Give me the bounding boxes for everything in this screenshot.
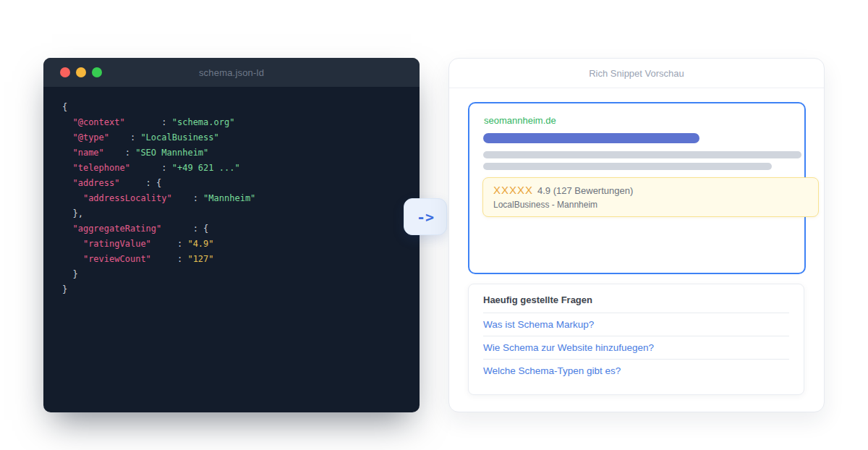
rich-snippet-preview-card: Rich Snippet Vorschau seomannheim.de XXX… — [448, 58, 825, 412]
code-block: { "@context" : "schema.org" "@type" : "L… — [43, 87, 420, 297]
rating-text: 4.9 (127 Bewertungen) — [537, 185, 633, 196]
editor-title-bar: schema.json-ld — [43, 58, 420, 87]
serp-description-placeholder-bar — [483, 163, 772, 170]
faq-question-link[interactable]: Was ist Schema Markup? — [483, 313, 789, 336]
preview-card-header: Rich Snippet Vorschau — [449, 59, 824, 88]
page: schema.json-ld { "@context" : "schema.or… — [0, 0, 868, 450]
star-rating-icon: XXXXX — [493, 184, 533, 196]
faq-box: Haeufig gestellte Fragen Was ist Schema … — [468, 284, 804, 395]
preview-card-title: Rich Snippet Vorschau — [589, 68, 684, 79]
serp-url: seomannheim.de — [484, 115, 791, 126]
faq-question-link[interactable]: Welche Schema-Typen gibt es? — [483, 360, 789, 382]
rating-subtext: LocalBusiness - Mannheim — [493, 200, 808, 210]
window-controls — [60, 58, 102, 87]
transform-arrow: -> — [404, 198, 447, 235]
arrow-icon: -> — [417, 208, 434, 226]
faq-title: Haeufig gestellte Fragen — [483, 284, 789, 313]
rating-line: XXXXX4.9 (127 Bewertungen) — [493, 184, 808, 196]
window-title: schema.json-ld — [199, 67, 264, 78]
code-editor-window: schema.json-ld { "@context" : "schema.or… — [43, 58, 420, 412]
serp-title-placeholder-bar — [483, 133, 699, 143]
faq-question-link[interactable]: Wie Schema zur Website hinzufuegen? — [483, 336, 789, 360]
minimize-window-icon[interactable] — [76, 67, 86, 77]
serp-description-placeholder-bar — [483, 151, 801, 158]
maximize-window-icon[interactable] — [92, 67, 102, 77]
rating-snippet-box: XXXXX4.9 (127 Bewertungen) LocalBusiness… — [482, 177, 819, 217]
serp-preview-box: seomannheim.de XXXXX4.9 (127 Bewertungen… — [468, 102, 806, 274]
close-window-icon[interactable] — [60, 67, 70, 77]
